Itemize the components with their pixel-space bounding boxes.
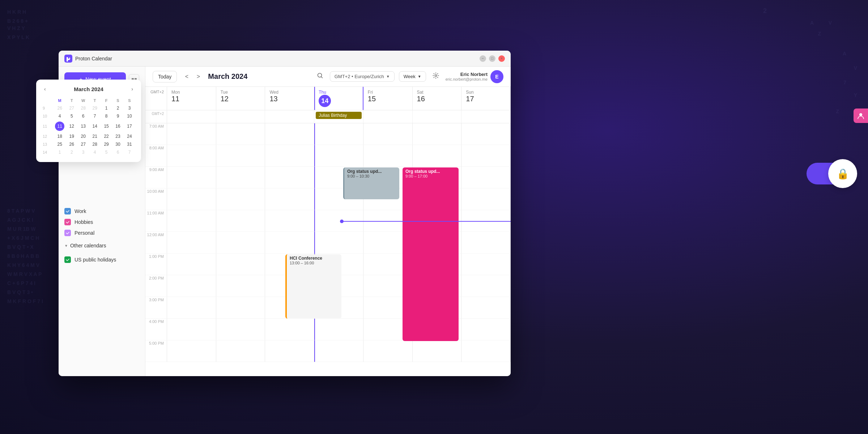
day-21[interactable]: 21 [89,132,101,140]
mini-cal-prev[interactable]: ‹ [42,85,48,93]
day-4[interactable]: 4 [54,112,66,120]
day-27-prev[interactable]: 27 [66,104,77,112]
day-22[interactable]: 22 [101,132,112,140]
personal-checkbox[interactable] [64,230,71,236]
slot-thu-17[interactable] [314,340,363,362]
slot-tue-7[interactable] [216,123,265,145]
slot-wed-17[interactable] [265,340,314,362]
day-6-next[interactable]: 6 [112,148,124,156]
day-7[interactable]: 7 [89,112,101,120]
slot-fri-17[interactable] [363,340,413,362]
slot-mon-10[interactable] [167,188,216,210]
close-btn[interactable]: × [498,55,505,62]
day-2-next[interactable]: 2 [66,148,77,156]
slot-wed-7[interactable] [265,123,314,145]
day-12[interactable]: 12 [66,120,77,132]
slot-thu-8[interactable] [314,145,363,167]
slot-mon-7[interactable] [167,123,216,145]
day-30[interactable]: 30 [112,140,124,148]
settings-button[interactable] [430,70,441,83]
slot-mon-14[interactable] [167,275,216,297]
day-25[interactable]: 25 [54,140,66,148]
user-avatar[interactable]: E [490,70,503,83]
slot-wed-10[interactable] [265,188,314,210]
lock-fab[interactable]: 🔒 [807,163,850,184]
day-16[interactable]: 16 [112,120,124,132]
slot-thu-12[interactable] [314,232,363,254]
slot-mon-17[interactable] [167,340,216,362]
day-7-next[interactable]: 7 [124,148,135,156]
slot-sat-7[interactable] [413,123,462,145]
slot-sun-10[interactable] [461,188,511,210]
slot-mon-8[interactable] [167,145,216,167]
work-checkbox[interactable] [64,208,71,214]
day-29-prev[interactable]: 29 [89,104,101,112]
day-11-today[interactable]: 11 [54,120,66,132]
prev-btn[interactable]: < [181,71,192,82]
day-8[interactable]: 8 [101,112,112,120]
slot-tue-14[interactable] [216,275,265,297]
slot-fri-8[interactable] [363,145,413,167]
slot-sun-8[interactable] [461,145,511,167]
day-10[interactable]: 10 [124,112,135,120]
slot-sun-16[interactable] [461,319,511,340]
calendar-item-personal[interactable]: Personal [64,227,139,238]
us-holidays-checkbox[interactable] [64,256,71,263]
org-status-thu-event[interactable]: Org status upd... 9:00 – 10:30 [343,167,399,199]
slot-thu-16[interactable] [314,319,363,340]
next-btn[interactable]: > [193,71,204,82]
day-31[interactable]: 31 [124,140,135,148]
day-9[interactable]: 9 [112,112,124,120]
day-4-next[interactable]: 4 [89,148,101,156]
slot-thu-7[interactable] [314,123,363,145]
day-1-mar[interactable]: 1 [101,104,112,112]
contact-button[interactable] [854,109,868,123]
day-24[interactable]: 24 [124,132,135,140]
slot-mon-11[interactable] [167,210,216,232]
slot-tue-17[interactable] [216,340,265,362]
slot-sun-15[interactable] [461,297,511,319]
calendar-item-us-holidays[interactable]: US public holidays [64,254,139,265]
day-5[interactable]: 5 [66,112,77,120]
day-5-next[interactable]: 5 [101,148,112,156]
today-day-circle[interactable]: 11 [55,122,64,131]
maximize-btn[interactable]: □ [489,55,495,62]
day-20[interactable]: 20 [77,132,89,140]
day-17[interactable]: 17 [124,120,135,132]
day-2-mar[interactable]: 2 [112,104,124,112]
slot-mon-9[interactable] [167,167,216,188]
slot-wed-8[interactable] [265,145,314,167]
slot-sun-14[interactable] [461,275,511,297]
day-28-prev[interactable]: 28 [77,104,89,112]
day-19[interactable]: 19 [66,132,77,140]
day-29[interactable]: 29 [101,140,112,148]
slot-tue-12[interactable] [216,232,265,254]
slot-tue-9[interactable] [216,167,265,188]
slot-sun-12[interactable] [461,232,511,254]
slot-mon-16[interactable] [167,319,216,340]
day-23[interactable]: 23 [112,132,124,140]
search-button[interactable] [315,70,326,83]
slot-tue-8[interactable] [216,145,265,167]
day-26[interactable]: 26 [66,140,77,148]
calendar-item-hobbies[interactable]: Hobbies [64,217,139,227]
lock-button[interactable]: 🔒 [828,159,857,188]
day-28[interactable]: 28 [89,140,101,148]
day-15[interactable]: 15 [101,120,112,132]
slot-mon-15[interactable] [167,297,216,319]
day-18[interactable]: 18 [54,132,66,140]
slot-sun-13[interactable] [461,254,511,275]
slot-tue-10[interactable] [216,188,265,210]
slot-wed-12[interactable] [265,232,314,254]
calendar-grid-area[interactable]: GMT+2 Mon 11 Tue 12 Wed [145,87,511,376]
day-27[interactable]: 27 [77,140,89,148]
slot-tue-13[interactable] [216,254,265,275]
slot-wed-11[interactable] [265,210,314,232]
org-status-fri-event[interactable]: Org status upd... 9:00 – 17:00 [403,167,459,341]
minimize-btn[interactable]: − [480,55,486,62]
slot-wed-9[interactable] [265,167,314,188]
calendar-item-work[interactable]: Work [64,206,139,217]
slot-mon-13[interactable] [167,254,216,275]
day-13[interactable]: 13 [77,120,89,132]
timezone-selector[interactable]: GMT+2 • Europe/Zurich ▼ [330,71,395,82]
